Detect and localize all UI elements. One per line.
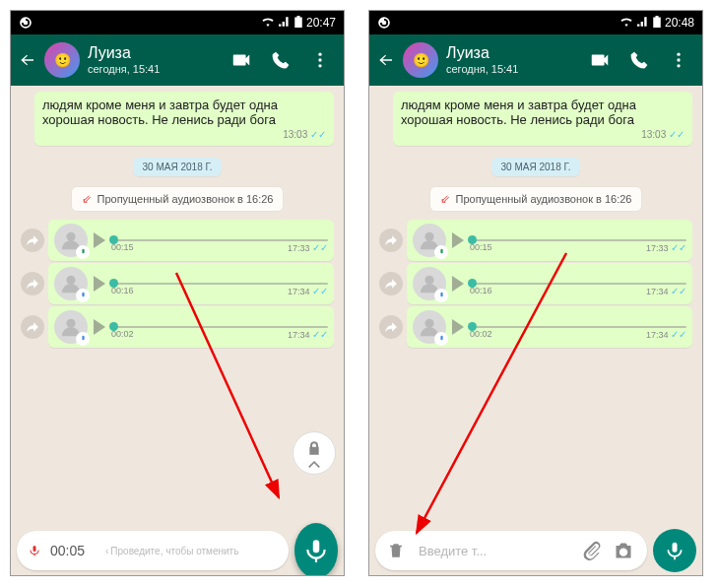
video-call-button[interactable] (584, 49, 616, 71)
audio-track[interactable]: 00:0217:34 ✓✓ (111, 315, 328, 339)
play-button[interactable] (452, 276, 464, 292)
date-separator: 30 МАЯ 2018 Г. (133, 158, 223, 176)
voice-message-row: 00:1517:33 ✓✓ (21, 220, 334, 261)
contact-title[interactable]: Луиза сегодня, 15:41 (88, 44, 218, 75)
svg-point-4 (66, 276, 75, 285)
contact-avatar[interactable]: 🙂 (403, 42, 438, 78)
read-ticks-icon: ✓✓ (669, 129, 685, 140)
message-input[interactable]: Введите т... (419, 544, 572, 558)
svg-point-11 (424, 276, 433, 285)
sender-avatar-icon (54, 310, 88, 344)
text-message[interactable]: людям кроме меня и завтра будет одна хор… (393, 92, 692, 146)
audio-track[interactable]: 00:1617:34 ✓✓ (470, 272, 686, 295)
chat-area[interactable]: людям кроме меня и завтра будет одна хор… (369, 86, 702, 526)
back-button[interactable] (19, 50, 36, 70)
play-button[interactable] (94, 319, 105, 335)
contact-avatar[interactable]: 🙂 (44, 42, 80, 78)
lock-icon (306, 440, 322, 456)
voice-message[interactable]: 00:1617:34 ✓✓ (48, 263, 334, 304)
voice-message[interactable]: 00:1517:33 ✓✓ (407, 220, 692, 261)
text-message[interactable]: людям кроме меня и завтра будет одна хор… (34, 92, 334, 146)
signal-icon (637, 16, 649, 30)
battery-icon (294, 16, 302, 31)
voice-message[interactable]: 00:0217:34 ✓✓ (48, 306, 334, 348)
forward-button[interactable] (379, 315, 403, 339)
svg-point-8 (677, 58, 680, 61)
voice-duration: 00:16 (111, 286, 134, 296)
contact-title[interactable]: Луиза сегодня, 15:41 (446, 44, 576, 75)
record-lock-hint (293, 431, 336, 475)
attach-button[interactable] (582, 541, 604, 560)
more-button[interactable] (663, 50, 694, 70)
svg-point-12 (424, 319, 433, 328)
status-bar: 20:48 (369, 11, 702, 34)
battery-icon (653, 16, 661, 31)
voice-call-button[interactable] (623, 50, 655, 70)
voice-duration: 00:15 (470, 242, 492, 253)
audio-track[interactable]: 00:1517:33 ✓✓ (111, 229, 328, 252)
video-call-button[interactable] (226, 49, 257, 71)
phone-right: 20:48 🙂 Луиза сегодня, 15:41 людям кроме… (368, 10, 703, 576)
voice-message-row: 00:1617:34 ✓✓ (21, 263, 334, 304)
svg-point-1 (318, 58, 321, 61)
app-badge-icon (377, 16, 391, 30)
mic-badge-icon (76, 332, 90, 346)
voice-duration: 00:16 (470, 286, 492, 296)
date-separator: 30 МАЯ 2018 Г. (491, 158, 581, 176)
status-clock: 20:48 (665, 16, 694, 30)
app-badge-icon (19, 16, 33, 30)
chevron-up-icon (307, 460, 321, 470)
chat-header: 🙂 Луиза сегодня, 15:41 (369, 34, 702, 86)
input-pill[interactable]: Введите т... (375, 531, 647, 570)
forward-button[interactable] (379, 272, 403, 295)
sender-avatar-icon (413, 267, 446, 300)
voice-time: 17:34 ✓✓ (646, 286, 686, 296)
missed-call-chip[interactable]: ⇙ Пропущенный аудиозвонок в 16:26 (71, 186, 285, 212)
record-button[interactable] (653, 529, 696, 572)
svg-point-2 (318, 64, 321, 67)
more-button[interactable] (304, 50, 336, 70)
wifi-icon (620, 16, 633, 30)
play-button[interactable] (452, 319, 464, 335)
forward-button[interactable] (21, 229, 44, 252)
svg-point-3 (66, 232, 75, 241)
forward-button[interactable] (21, 315, 44, 339)
play-button[interactable] (452, 232, 464, 248)
swipe-cancel-hint: ‹Проведите, чтобы отменить (105, 546, 238, 556)
sender-avatar-icon (413, 310, 446, 344)
forward-button[interactable] (21, 272, 44, 295)
status-clock: 20:47 (306, 16, 336, 30)
mic-badge-icon (434, 245, 448, 259)
microphone-icon (303, 538, 329, 563)
record-button[interactable] (294, 523, 338, 576)
camera-button[interactable] (614, 541, 635, 560)
sender-avatar-icon (54, 267, 88, 300)
svg-point-9 (677, 64, 680, 67)
audio-track[interactable]: 00:1517:33 ✓✓ (470, 229, 686, 252)
voice-message[interactable]: 00:0217:34 ✓✓ (407, 306, 692, 348)
forward-button[interactable] (379, 229, 403, 252)
play-button[interactable] (94, 232, 105, 248)
voice-call-button[interactable] (265, 50, 296, 70)
recording-pill: 00:05 ‹Проведите, чтобы отменить (17, 531, 289, 570)
voice-duration: 00:15 (111, 242, 134, 253)
mic-badge-icon (76, 245, 90, 259)
voice-message[interactable]: 00:1617:34 ✓✓ (407, 263, 692, 304)
voice-message[interactable]: 00:1517:33 ✓✓ (48, 220, 334, 261)
svg-point-10 (424, 232, 433, 241)
mic-badge-icon (76, 289, 90, 302)
missed-call-chip[interactable]: ⇙ Пропущенный аудиозвонок в 16:26 (429, 186, 643, 212)
audio-track[interactable]: 00:0217:34 ✓✓ (470, 315, 686, 339)
play-button[interactable] (94, 276, 105, 292)
audio-track[interactable]: 00:1617:34 ✓✓ (111, 272, 328, 295)
message-time: 13:03 (641, 129, 666, 140)
message-text: людям кроме меня и завтра будет одна хор… (42, 98, 278, 127)
back-button[interactable] (377, 50, 395, 70)
voice-message-row: 00:1517:33 ✓✓ (379, 220, 692, 261)
chat-area[interactable]: людям кроме меня и завтра будет одна хор… (11, 86, 344, 526)
missed-call-icon: ⇙ (82, 192, 92, 206)
trash-button[interactable] (387, 542, 409, 559)
voice-time: 17:33 ✓✓ (646, 242, 686, 253)
svg-point-5 (66, 319, 75, 328)
message-text: людям кроме меня и завтра будет одна хор… (401, 98, 636, 127)
